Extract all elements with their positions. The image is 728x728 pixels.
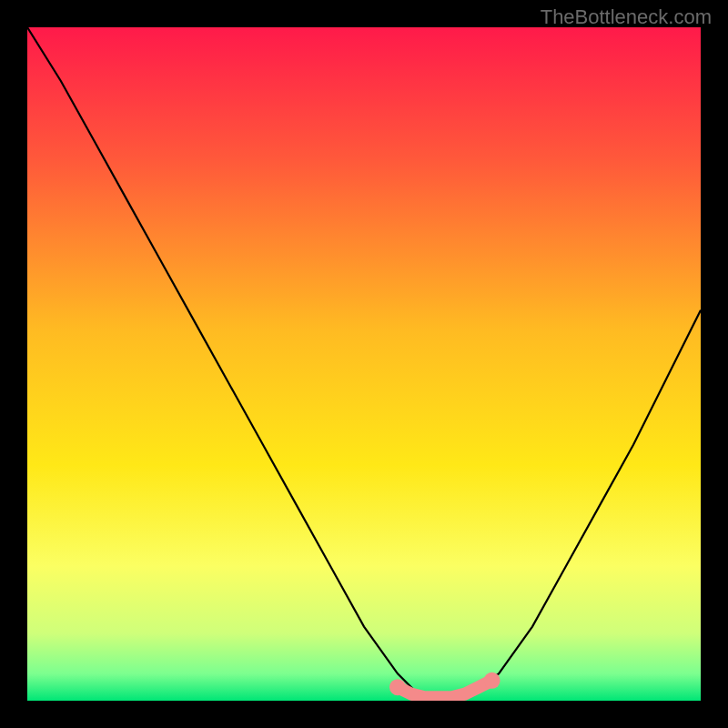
bottleneck-chart — [27, 27, 701, 701]
chart-container — [27, 27, 701, 701]
marker-dot — [484, 672, 500, 689]
marker-dot — [389, 679, 406, 695]
watermark-text: TheBottleneck.com — [541, 5, 712, 29]
chart-background — [27, 27, 701, 701]
